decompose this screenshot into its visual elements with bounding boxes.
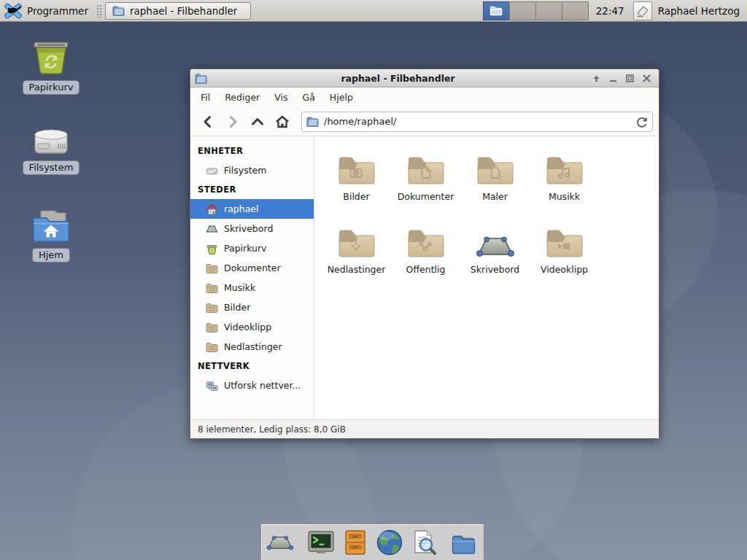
file-item-videoklipp[interactable]: Videoklipp	[530, 218, 599, 291]
file-cabinet-icon	[341, 529, 369, 556]
path-input[interactable]	[301, 112, 653, 132]
back-button[interactable]	[196, 111, 220, 133]
drive-icon	[31, 114, 71, 156]
dock-file-manager-button[interactable]	[451, 528, 479, 557]
home-icon	[206, 203, 218, 215]
sidebar-header-nettverk: NETTVERK	[190, 357, 314, 376]
file-item-label: Nedlastinger	[328, 264, 386, 275]
desktop-icon	[206, 223, 218, 235]
folder-download-icon	[206, 341, 218, 352]
home-folder-icon	[31, 201, 71, 244]
applications-menu-label: Programmer	[27, 5, 88, 17]
dock-show-desktop-button[interactable]	[266, 528, 294, 557]
up-button[interactable]	[246, 111, 269, 133]
sidebar-item-label: Papirkurv	[224, 243, 267, 254]
desktop-icon-papirkurv[interactable]: Papirkurv	[13, 34, 89, 95]
trash-icon	[31, 34, 71, 76]
file-search-icon	[410, 529, 438, 556]
sidebar-item-papirkurv[interactable]: Papirkurv	[190, 238, 314, 258]
desktop-icon-hjem[interactable]: Hjem	[13, 201, 89, 262]
sidebar: ENHETERFilsystemSTEDERraphaelSkrivebordP…	[190, 136, 314, 419]
sidebar-item-raphael[interactable]: raphael	[190, 199, 314, 219]
user-session-button[interactable]	[633, 1, 652, 20]
dock-terminal-button[interactable]	[307, 528, 335, 557]
sidebar-item-label: Filsystem	[224, 165, 266, 176]
applications-menu-button[interactable]: Programmer	[0, 0, 95, 21]
workspace-1[interactable]	[483, 1, 510, 20]
workspace-4[interactable]	[562, 1, 589, 20]
file-item-label: Dokumenter	[398, 191, 454, 202]
menu-fil[interactable]: Fil	[193, 89, 217, 106]
sidebar-item-bilder[interactable]: Bilder	[190, 298, 314, 317]
file-manager-window: raphael - Filbehandler FilRedigerVisGåHj…	[190, 69, 659, 439]
file-item-musikk[interactable]: Musikk	[530, 145, 599, 218]
clock[interactable]: 22:47	[596, 5, 624, 17]
taskbar-window-label: raphael - Filbehandler	[130, 5, 237, 17]
sidebar-item-nedlastinger[interactable]: Nedlastinger	[190, 337, 314, 357]
sidebar-item-filsystem[interactable]: Filsystem	[190, 160, 314, 180]
menu-rediger[interactable]: Rediger	[217, 89, 267, 106]
path-folder-icon	[306, 116, 319, 127]
file-item-dokumenter[interactable]: Dokumenter	[391, 145, 460, 218]
dock-file-cabinet-button[interactable]	[341, 528, 369, 557]
dock-file-search-button[interactable]	[410, 528, 438, 557]
taskbar-window-button[interactable]: raphael - Filbehandler	[105, 2, 251, 20]
dock	[260, 524, 484, 560]
home-button[interactable]	[271, 111, 294, 133]
sidebar-item-label: Musikk	[224, 282, 255, 293]
workspace-switcher	[484, 1, 589, 20]
window-folder-icon	[112, 5, 125, 16]
file-item-skrivebord[interactable]: Skrivebord	[460, 218, 530, 291]
desktop-icon-label: Filsystem	[23, 160, 80, 175]
minimize-button[interactable]	[605, 71, 621, 85]
workspace-2[interactable]	[509, 1, 536, 20]
window-title: raphael - Filbehandler	[212, 73, 584, 84]
terminal-icon	[307, 530, 335, 555]
file-item-nedlastinger[interactable]: Nedlastinger	[322, 218, 391, 291]
sidebar-item-label: raphael	[224, 203, 258, 214]
file-item-label: Skrivebord	[471, 264, 519, 275]
forward-button[interactable]	[221, 111, 244, 133]
folder-camera-icon	[206, 302, 218, 313]
sidebar-item-videoklipp[interactable]: Videoklipp	[190, 317, 314, 337]
file-item-offentlig[interactable]: Offentlig	[391, 218, 460, 291]
sidebar-item-musikk[interactable]: Musikk	[190, 278, 314, 298]
drive-icon	[206, 165, 218, 176]
sidebar-header-steder: STEDER	[190, 180, 314, 199]
maximize-button[interactable]	[622, 71, 638, 85]
refresh-icon[interactable]	[635, 116, 648, 128]
sidebar-item-label: Nedlastinger	[224, 341, 282, 352]
file-item-label: Musikk	[549, 191, 580, 202]
dock-web-browser-button[interactable]	[376, 528, 403, 557]
sidebar-item-skrivebord[interactable]: Skrivebord	[190, 219, 314, 238]
file-manager-icon	[451, 531, 479, 554]
folder-download-icon	[337, 218, 376, 259]
tasklist-handle	[96, 4, 102, 18]
sidebar-item-label: Skrivebord	[224, 223, 273, 234]
sidebar-header-enheter: ENHETER	[190, 141, 314, 160]
sidebar-item-utforsk-nettver[interactable]: Utforsk nettver...	[190, 376, 314, 395]
close-button[interactable]	[639, 71, 654, 85]
file-view[interactable]: Bilder Dokumenter Maler Musikk Nedlastin…	[314, 136, 659, 419]
folder-template-icon	[476, 145, 515, 186]
workspace-3[interactable]	[535, 1, 562, 20]
statusbar-text: 8 ielementer, Ledig plass: 8,0 GiB	[198, 424, 346, 435]
menu-hjelp[interactable]: Hjelp	[322, 89, 360, 106]
user-name[interactable]: Raphael Hertzog	[658, 5, 740, 17]
folder-share-icon	[406, 218, 446, 259]
titlebar[interactable]: raphael - Filbehandler	[190, 69, 659, 88]
file-item-label: Videoklipp	[541, 264, 588, 275]
sidebar-item-dokumenter[interactable]: Dokumenter	[190, 258, 314, 278]
menu-g[interactable]: Gå	[295, 89, 322, 106]
shade-button[interactable]	[589, 71, 604, 85]
folder-music-icon	[545, 145, 584, 186]
distro-logo-icon	[4, 3, 22, 19]
desktop-icon-label: Hjem	[32, 248, 70, 262]
folder-video-icon	[545, 218, 584, 259]
menu-vis[interactable]: Vis	[267, 89, 295, 106]
desktop-icon-label: Papirkurv	[23, 80, 80, 95]
file-item-label: Bilder	[343, 191, 369, 202]
desktop-icon-filsystem[interactable]: Filsystem	[13, 114, 89, 175]
file-item-bilder[interactable]: Bilder	[322, 145, 391, 218]
file-item-maler[interactable]: Maler	[460, 145, 530, 218]
